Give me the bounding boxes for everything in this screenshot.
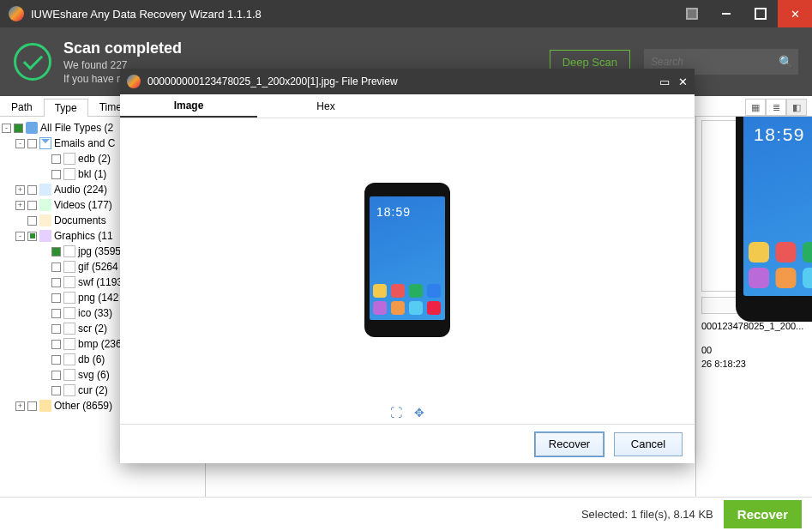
tree-svg[interactable]: svg (6) (78, 367, 110, 383)
recover-button[interactable]: Recover (724, 500, 802, 528)
dialog-recover-button[interactable]: Recover (535, 432, 604, 456)
tree-bkl[interactable]: bkl (1) (78, 166, 106, 182)
file-icon (63, 369, 75, 381)
maximize-icon[interactable] (743, 0, 778, 27)
close-icon[interactable] (778, 0, 812, 27)
file-icon (63, 353, 75, 365)
app-title: IUWEshare Any Data Recovery Wizard 1.1.1… (31, 8, 262, 21)
tree-other[interactable]: Other (8659) (54, 398, 112, 413)
actual-size-icon[interactable]: ✥ (414, 406, 424, 419)
file-icon (63, 261, 75, 273)
phone-clock: 18:59 (370, 196, 445, 219)
file-icon (63, 245, 75, 257)
checkbox[interactable] (27, 232, 37, 241)
view-list-icon[interactable]: ≣ (766, 99, 786, 116)
checkbox[interactable] (51, 247, 61, 256)
tree-cur[interactable]: cur (2) (78, 383, 108, 398)
preview-image-area: 18:59 (120, 118, 695, 401)
graphics-icon (39, 230, 51, 242)
tree-root[interactable]: All File Types (2 (40, 120, 113, 136)
tree-videos[interactable]: Videos (177) (54, 197, 112, 213)
checkbox[interactable] (14, 124, 23, 133)
tree-ico[interactable]: ico (33) (78, 305, 112, 321)
tree-emails[interactable]: Emails and C (54, 136, 115, 151)
video-icon (39, 199, 51, 211)
titlebar: IUWEshare Any Data Recovery Wizard 1.1.1… (0, 0, 812, 27)
tree-audio[interactable]: Audio (224) (54, 182, 107, 197)
unknown-control-icon[interactable] (675, 0, 709, 27)
tree-graphics[interactable]: Graphics (11 (54, 228, 113, 244)
file-icon (63, 292, 75, 304)
checkbox[interactable] (51, 309, 61, 318)
tree-gif[interactable]: gif (5264 (78, 259, 118, 275)
window-controls (675, 0, 812, 27)
file-icon (63, 338, 75, 350)
twist-icon[interactable]: + (15, 185, 25, 195)
mail-icon (39, 137, 51, 149)
preview-panel: 18:59 view 000123478025_1_200... 00 26 8… (695, 117, 812, 497)
selection-summary: Selected: 1 file(s), 8.14 KB (581, 508, 713, 521)
dialog-title: 000000000123478025_1_200x200[1].jpg- Fil… (147, 75, 398, 87)
dialog-cancel-button[interactable]: Cancel (614, 432, 683, 456)
checkbox[interactable] (51, 340, 61, 349)
checkbox[interactable] (51, 278, 61, 287)
app-icon (127, 75, 141, 88)
checkbox[interactable] (27, 216, 37, 226)
tab-type[interactable]: Type (44, 99, 88, 117)
file-icon (63, 307, 75, 319)
twist-icon[interactable]: + (15, 401, 25, 411)
tree-edb[interactable]: edb (2) (78, 151, 111, 166)
checkbox[interactable] (51, 262, 61, 272)
checkbox[interactable] (51, 154, 61, 164)
fit-icon[interactable]: ⛶ (390, 406, 402, 419)
checkbox[interactable] (27, 139, 37, 148)
dialog-titlebar[interactable]: 000000000123478025_1_200x200[1].jpg- Fil… (120, 69, 695, 94)
tree-png[interactable]: png (142 (78, 290, 118, 305)
preview-mode-tabs: Image Hex (120, 94, 695, 118)
file-icon (63, 384, 75, 396)
tree-bmp[interactable]: bmp (236 (78, 336, 122, 352)
preview-thumbnail: 18:59 (701, 120, 804, 292)
audio-icon (39, 184, 51, 196)
footer: Selected: 1 file(s), 8.14 KB Recover (0, 497, 812, 531)
preview-date: 26 8:18:23 (701, 357, 807, 371)
dialog-close-icon[interactable]: ✕ (678, 75, 688, 88)
tree-jpg[interactable]: jpg (3595 (78, 244, 121, 259)
tab-hex[interactable]: Hex (257, 94, 394, 118)
minimize-icon[interactable] (709, 0, 743, 27)
preview-size: 00 (701, 343, 807, 357)
twist-icon[interactable]: - (2, 124, 11, 133)
checkbox[interactable] (27, 201, 37, 210)
view-grid-icon[interactable]: ▦ (745, 99, 766, 116)
preview-tools: ⛶ ✥ (120, 401, 695, 424)
tree-swf[interactable]: swf (1193 (78, 275, 123, 290)
tree-scr[interactable]: scr (2) (78, 321, 107, 336)
dialog-minimize-icon[interactable]: ▭ (659, 75, 670, 88)
twist-icon[interactable]: - (15, 232, 25, 241)
checkbox[interactable] (27, 185, 37, 195)
tab-image[interactable]: Image (120, 94, 257, 118)
checkbox[interactable] (51, 170, 61, 179)
tree-documents[interactable]: Documents (54, 213, 106, 228)
view-detail-icon[interactable]: ◧ (786, 99, 807, 116)
checkbox[interactable] (27, 401, 37, 411)
tree-db[interactable]: db (6) (78, 352, 105, 367)
dialog-footer: Recover Cancel (120, 424, 695, 463)
checkbox[interactable] (51, 324, 61, 334)
twist-icon[interactable]: + (15, 201, 25, 210)
checkbox[interactable] (51, 293, 61, 303)
app-icon (9, 6, 24, 21)
tab-path[interactable]: Path (0, 98, 44, 116)
scan-complete-check-icon (14, 43, 51, 81)
file-preview-dialog: 000000000123478025_1_200x200[1].jpg- Fil… (120, 69, 695, 463)
twist-icon[interactable]: - (15, 139, 25, 148)
status-title: Scan completed (63, 39, 182, 57)
checkbox[interactable] (51, 355, 61, 365)
preview-image: 18:59 (364, 183, 450, 337)
checkbox[interactable] (51, 371, 61, 380)
file-icon (63, 168, 75, 180)
view-mode-toggles: ▦ ≣ ◧ (745, 99, 807, 116)
checkbox[interactable] (51, 386, 61, 395)
folder-icon (39, 400, 51, 412)
file-icon (63, 323, 75, 335)
